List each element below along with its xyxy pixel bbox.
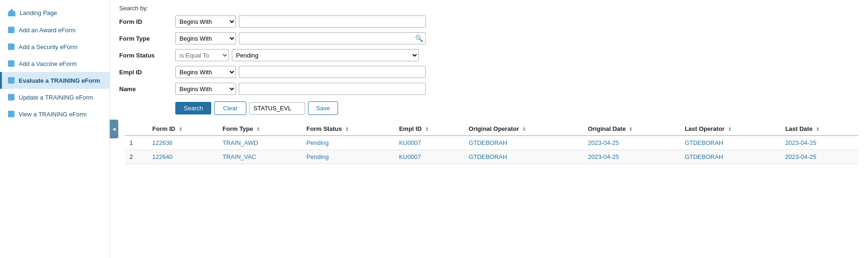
form-type-cell[interactable]: TRAIN_VAC	[218, 150, 302, 164]
form-status-operator[interactable]: is Equal To	[175, 49, 229, 61]
results-table-wrapper: Form ID ⇕Form Type ⇕Form Status ⇕Empl ID…	[125, 122, 859, 164]
form-status-cell-link[interactable]: Pending	[307, 139, 329, 146]
name-input[interactable]	[239, 83, 426, 95]
sidebar-item-label: Add a Vaccine eForm	[19, 60, 77, 67]
sort-icon: ⇕	[629, 127, 632, 132]
search-field-name: NameBegins WithEqualsContains	[119, 83, 859, 95]
form-id-input[interactable]	[239, 15, 426, 28]
form-status-cell-link[interactable]: Pending	[307, 153, 329, 160]
table-body: 1122636TRAIN_AWDPendingKU0007GTDEBORAH20…	[125, 136, 859, 164]
save-name-input[interactable]	[249, 102, 305, 115]
search-by-label: Search by:	[119, 5, 859, 12]
sort-icon: ⇕	[425, 127, 429, 132]
original-date-cell-link[interactable]: 2023-04-25	[588, 153, 619, 160]
original-operator-cell-link[interactable]: GTDEBORAH	[469, 139, 507, 146]
landing-icon	[7, 8, 16, 17]
form-id-cell[interactable]: 122636	[148, 136, 218, 150]
search-fields: Form IDBegins WithEqualsContainsForm Typ…	[119, 15, 859, 95]
last-operator-cell[interactable]: GTDEBORAH	[680, 136, 781, 150]
buttons-row: Search Clear Save	[175, 101, 859, 115]
sidebar-item-label: Evaluate a TRAINING eForm	[19, 77, 100, 84]
row-number: 2	[125, 150, 148, 164]
form-id-cell[interactable]: 122640	[148, 150, 218, 164]
original-operator-cell[interactable]: GTDEBORAH	[464, 150, 583, 164]
form-id-cell-link[interactable]: 122636	[152, 139, 172, 146]
sidebar-item-landing-page[interactable]: Landing Page	[0, 4, 109, 22]
form-id-label: Form ID	[119, 18, 175, 25]
last-date-cell[interactable]: 2023-04-25	[781, 150, 859, 164]
original-operator-cell-link[interactable]: GTDEBORAH	[469, 153, 507, 160]
sidebar-item-update-training-eform[interactable]: Update a TRAINING eForm	[0, 89, 109, 106]
last-operator-cell-link[interactable]: GTDEBORAH	[685, 139, 723, 146]
last-date-cell-link[interactable]: 2023-04-25	[785, 139, 817, 146]
search-field-form-status: Form Statusis Equal ToPendingApprovedRej…	[119, 49, 859, 61]
form-type-cell[interactable]: TRAIN_AWD	[218, 136, 302, 150]
sidebar-item-label: Add an Award eForm	[19, 27, 76, 34]
results-table: Form ID ⇕Form Type ⇕Form Status ⇕Empl ID…	[125, 122, 859, 164]
sidebar-item-add-vaccine-eform[interactable]: Add a Vaccine eForm	[0, 55, 109, 72]
form-type-input-wrapper: 🔍	[239, 32, 426, 44]
square-icon	[7, 26, 15, 34]
sort-icon: ⇕	[179, 127, 182, 132]
search-button[interactable]: Search	[175, 102, 211, 115]
empl-id-cell-link[interactable]: KU0007	[399, 153, 421, 160]
name-operator[interactable]: Begins WithEqualsContains	[175, 83, 236, 95]
form-type-label: Form Type	[119, 35, 175, 42]
sidebar: Landing PageAdd an Award eFormAdd a Secu…	[0, 0, 110, 258]
save-button[interactable]: Save	[308, 101, 338, 115]
last-date-cell-link[interactable]: 2023-04-25	[785, 153, 817, 160]
svg-rect-6	[8, 111, 14, 117]
empl-id-input[interactable]	[239, 66, 426, 78]
square-icon	[7, 93, 15, 101]
sidebar-item-view-training-eform[interactable]: View a TRAINING eForm	[0, 106, 109, 122]
sort-icon: ⇕	[522, 127, 526, 132]
col-header-form-type[interactable]: Form Type ⇕	[218, 122, 302, 136]
row-number: 1	[125, 136, 148, 150]
original-date-cell[interactable]: 2023-04-25	[583, 136, 680, 150]
col-header-empl-id[interactable]: Empl ID ⇕	[395, 122, 464, 136]
search-field-form-id: Form IDBegins WithEqualsContains	[119, 15, 859, 28]
svg-marker-0	[8, 9, 15, 16]
square-icon	[7, 60, 15, 67]
svg-rect-5	[8, 94, 14, 100]
form-id-cell-link[interactable]: 122640	[152, 153, 172, 160]
form-id-operator[interactable]: Begins WithEqualsContains	[175, 15, 236, 28]
original-operator-cell[interactable]: GTDEBORAH	[464, 136, 583, 150]
svg-rect-4	[8, 77, 14, 84]
form-type-cell-link[interactable]: TRAIN_VAC	[222, 153, 256, 160]
form-status-cell[interactable]: Pending	[302, 150, 395, 164]
svg-rect-1	[8, 27, 14, 33]
square-icon	[7, 110, 15, 118]
sidebar-item-label: Add a Security eForm	[19, 43, 78, 50]
col-header-last-operator[interactable]: Last Operator ⇕	[680, 122, 781, 136]
form-status-cell[interactable]: Pending	[302, 136, 395, 150]
empl-id-cell[interactable]: KU0007	[395, 150, 464, 164]
last-operator-cell-link[interactable]: GTDEBORAH	[685, 153, 723, 160]
sidebar-item-add-award-eform[interactable]: Add an Award eForm	[0, 22, 109, 38]
sidebar-item-evaluate-training-eform[interactable]: Evaluate a TRAINING eForm	[0, 72, 109, 89]
col-header-form-id[interactable]: Form ID ⇕	[148, 122, 218, 136]
col-header-form-status[interactable]: Form Status ⇕	[302, 122, 395, 136]
original-date-cell-link[interactable]: 2023-04-25	[588, 139, 619, 146]
table-row: 1122636TRAIN_AWDPendingKU0007GTDEBORAH20…	[125, 136, 859, 150]
sort-icon: ⇕	[816, 127, 819, 132]
original-date-cell[interactable]: 2023-04-25	[583, 150, 680, 164]
clear-button[interactable]: Clear	[214, 101, 246, 115]
col-header-last-date[interactable]: Last Date ⇕	[781, 122, 859, 136]
sidebar-item-add-security-eform[interactable]: Add a Security eForm	[0, 38, 109, 55]
form-type-operator[interactable]: Begins WithEqualsContains	[175, 32, 236, 44]
form-status-value-select[interactable]: PendingApprovedRejectedAll	[232, 49, 419, 61]
empl-id-label: Empl ID	[119, 69, 175, 76]
form-type-cell-link[interactable]: TRAIN_AWD	[222, 139, 258, 146]
sidebar-item-label: Landing Page	[20, 9, 57, 16]
col-header-original-date[interactable]: Original Date ⇕	[583, 122, 680, 136]
col-header-original-operator[interactable]: Original Operator ⇕	[464, 122, 583, 136]
empl-id-operator[interactable]: Begins WithEquals	[175, 66, 236, 78]
empl-id-cell[interactable]: KU0007	[395, 136, 464, 150]
form-type-input[interactable]	[239, 32, 426, 44]
last-operator-cell[interactable]: GTDEBORAH	[680, 150, 781, 164]
sidebar-collapse-handle[interactable]: ◄	[110, 120, 118, 138]
empl-id-cell-link[interactable]: KU0007	[399, 139, 421, 146]
last-date-cell[interactable]: 2023-04-25	[781, 136, 859, 150]
sidebar-item-label: View a TRAINING eForm	[19, 111, 86, 118]
